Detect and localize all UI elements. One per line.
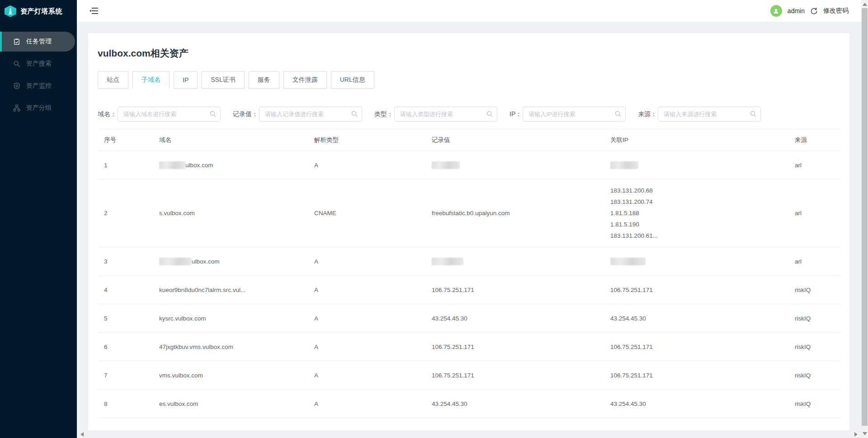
user-avatar[interactable]: [770, 5, 782, 17]
cell-record-type: A: [308, 395, 425, 413]
cell-index: 5: [98, 310, 153, 327]
filter-label-domain: 域名：: [98, 110, 117, 118]
cell-related-ip: 43.254.45.30: [604, 307, 788, 330]
cell-domain: 47jxgtkbuv.vms.vulbox.com: [153, 338, 308, 356]
cell-related-ip: 106.75.251.171: [604, 336, 788, 358]
scroll-right-arrow-icon[interactable]: [854, 432, 858, 437]
cell-domain: kueor9bn8du0nc7lalrm.src.vul...: [153, 281, 308, 299]
ip-value: 183.131.200.68: [610, 185, 784, 196]
column-header-3: 记录值: [425, 131, 604, 150]
ip-value: 106.75.251.171: [610, 284, 784, 296]
source-search-input[interactable]: [658, 107, 761, 122]
cell-domain: ulbox.com: [153, 252, 308, 271]
table-row: 2s.vulbox.comCNAMEfreebufstatic.b0.upaiy…: [98, 179, 840, 247]
ip-value: 1.81.5.190: [610, 219, 784, 230]
subdomain-table: 序号域名解析类型记录值关联IP来源 1ulbox.comAarl2s.vulbo…: [98, 129, 840, 418]
tab-3[interactable]: SSL证书: [202, 71, 244, 89]
sidebar-item-1[interactable]: 资产搜索: [0, 54, 77, 74]
column-header-4: 关联IP: [604, 131, 788, 150]
cell-record-value: 106.75.251.171: [425, 281, 604, 299]
table-row: 1ulbox.comAarl: [98, 151, 840, 179]
lighthouse-logo-icon: [5, 5, 16, 17]
ip-value: 43.254.45.30: [610, 313, 784, 324]
cell-index: 6: [98, 338, 153, 356]
cell-source: arl: [788, 156, 840, 174]
cell-source: riskIQ: [788, 310, 840, 327]
cell-related-ip: 43.254.45.30: [604, 393, 788, 415]
monitor-shield-icon: [13, 82, 21, 90]
user-area: admin 修改密码: [770, 5, 849, 17]
record-search-input[interactable]: [259, 107, 362, 122]
search-icon[interactable]: [486, 110, 493, 118]
redacted-value: [159, 258, 192, 265]
cell-source: riskIQ: [788, 395, 840, 413]
cell-related-ip: [604, 156, 788, 174]
cell-record-value: freebufstatic.b0.upaiyun.com: [425, 204, 604, 222]
tab-0[interactable]: 站点: [98, 71, 128, 89]
tab-2[interactable]: IP: [174, 71, 198, 89]
cell-record-type: CNAME: [308, 204, 425, 222]
filter-group-record: 记录值：: [233, 107, 362, 122]
search-icon[interactable]: [351, 110, 358, 118]
sidebar-collapse-icon[interactable]: [90, 7, 99, 15]
table-row: 3ulbox.comAarl: [98, 247, 840, 276]
cell-domain: kysrc.vulbox.com: [153, 310, 308, 327]
table-row: 647jxgtkbuv.vms.vulbox.comA106.75.251.17…: [98, 333, 840, 361]
ip-value: 43.254.45.30: [610, 398, 784, 410]
sidebar-item-2[interactable]: 资产监控: [0, 76, 77, 96]
table-body: 1ulbox.comAarl2s.vulbox.comCNAMEfreebufs…: [98, 151, 840, 418]
cell-related-ip: 106.75.251.171: [604, 364, 788, 386]
redacted-value: [159, 161, 185, 169]
search-icon[interactable]: [750, 110, 757, 118]
cell-record-value: 106.75.251.171: [425, 367, 604, 384]
sidebar-item-3[interactable]: 资产分组: [0, 98, 77, 118]
cell-related-ip: [604, 252, 788, 271]
filter-label-source: 来源：: [638, 110, 657, 118]
filter-group-type: 类型：: [374, 107, 497, 122]
search-icon[interactable]: [209, 110, 217, 118]
tasks-clipboard-icon: [13, 38, 21, 46]
sidebar-item-label: 资产监控: [26, 82, 52, 90]
table-row: 5kysrc.vulbox.comA43.254.45.3043.254.45.…: [98, 304, 840, 333]
cell-index: 4: [98, 281, 153, 299]
cell-record-type: A: [308, 310, 425, 327]
table-row: 8es.vulbox.comA43.254.45.3043.254.45.30r…: [98, 390, 840, 418]
tab-6[interactable]: URL信息: [331, 71, 374, 89]
cell-index: 8: [98, 395, 153, 413]
vertical-scroll-thumb[interactable]: [862, 8, 868, 426]
redacted-value: [432, 161, 460, 169]
filter-group-source: 来源：: [638, 107, 761, 122]
logout-icon[interactable]: [810, 7, 818, 15]
scroll-down-arrow-icon[interactable]: [863, 432, 867, 435]
cell-record-value: [425, 252, 604, 271]
cell-related-ip: 183.131.200.68183.131.200.741.81.5.1881.…: [604, 179, 788, 247]
scroll-left-arrow-icon[interactable]: [80, 432, 84, 437]
cell-index: 7: [98, 367, 153, 384]
cell-record-type: A: [308, 338, 425, 356]
search-icon[interactable]: [614, 110, 622, 118]
cell-domain: s.vulbox.com: [153, 204, 308, 222]
tab-bar: 站点子域名IPSSL证书服务文件泄露URL信息: [98, 71, 840, 89]
sidebar-menu: 任务管理资产搜索资产监控资产分组: [0, 32, 77, 118]
page-title: vulbox.com相关资产: [98, 47, 840, 60]
horizontal-scrollbar[interactable]: [77, 430, 861, 438]
type-search-input[interactable]: [394, 107, 497, 122]
vertical-scrollbar[interactable]: [861, 0, 868, 438]
cell-source: riskIQ: [788, 338, 840, 356]
tab-5[interactable]: 文件泄露: [283, 71, 327, 89]
table-row: 4kueor9bn8du0nc7lalrm.src.vul...A106.75.…: [98, 276, 840, 304]
sidebar-item-label: 任务管理: [26, 38, 52, 46]
table-row: 7vms.vulbox.comA106.75.251.171106.75.251…: [98, 361, 840, 390]
tab-4[interactable]: 服务: [249, 71, 279, 89]
change-password-link[interactable]: 修改密码: [823, 7, 849, 15]
tab-1[interactable]: 子域名: [132, 71, 170, 89]
filter-group-ip: IP：: [509, 107, 626, 122]
app-title: 资产灯塔系统: [20, 7, 62, 16]
domain-search-input[interactable]: [118, 107, 221, 122]
sidebar-item-0[interactable]: 任务管理: [0, 32, 75, 52]
ip-search-input[interactable]: [523, 107, 626, 122]
scroll-up-arrow-icon[interactable]: [863, 3, 867, 6]
cell-record-value: 43.254.45.30: [425, 310, 604, 327]
filter-label-ip: IP：: [509, 110, 522, 118]
cell-domain: ulbox.com: [153, 156, 308, 174]
